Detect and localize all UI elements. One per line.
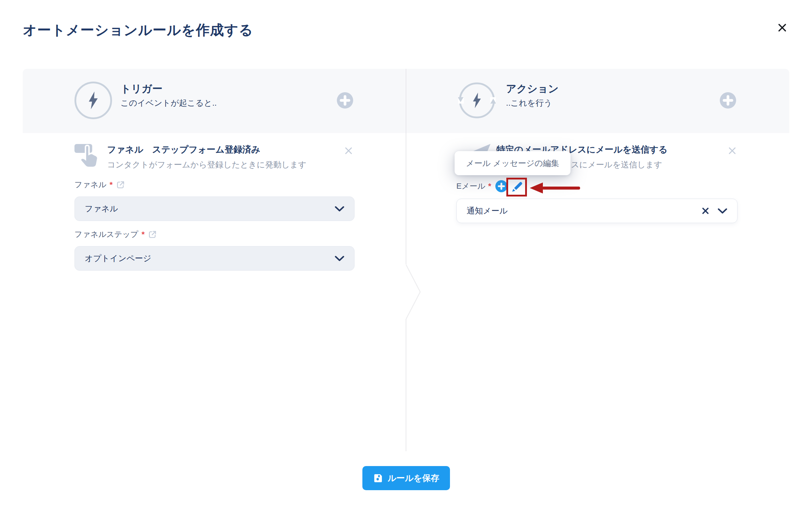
- email-select[interactable]: 通知メール: [456, 199, 738, 223]
- edit-pencil-icon[interactable]: [510, 181, 523, 194]
- clear-selection-icon[interactable]: [702, 207, 709, 215]
- add-email-button[interactable]: [495, 180, 507, 192]
- tap-hand-icon: [74, 142, 101, 170]
- required-asterisk: *: [141, 230, 145, 239]
- trigger-subtitle: このイベントが起こると..: [121, 99, 217, 107]
- action-icon: [458, 82, 496, 119]
- save-rule-button[interactable]: ルールを保存: [362, 466, 450, 490]
- save-icon: [373, 473, 383, 483]
- funnel-step-label: ファネルステップ: [74, 229, 138, 240]
- funnel-select[interactable]: ファネル: [74, 196, 355, 221]
- external-link-icon[interactable]: [148, 230, 157, 239]
- remove-action-icon[interactable]: [728, 146, 737, 155]
- trigger-card-title: ファネル ステップフォーム登録済み: [107, 144, 260, 155]
- email-label: Eメール: [456, 181, 485, 192]
- funnel-step-select-value: オプトインページ: [85, 253, 151, 264]
- plus-icon: [720, 92, 736, 109]
- plus-icon: [495, 180, 507, 192]
- lightning-icon: [473, 93, 481, 108]
- panel-divider: [406, 69, 406, 264]
- annotation-arrow: [529, 182, 581, 194]
- trigger-title: トリガー: [121, 84, 217, 94]
- chevron-down-icon: [718, 208, 727, 214]
- add-trigger-button[interactable]: [337, 92, 353, 109]
- close-icon[interactable]: [775, 21, 789, 35]
- action-subtitle: ..これを行う: [506, 99, 558, 107]
- funnel-step-select[interactable]: オプトインページ: [74, 246, 355, 271]
- tooltip-text: メール メッセージの編集: [466, 158, 559, 169]
- required-asterisk: *: [488, 182, 491, 191]
- lightning-icon: [88, 92, 99, 109]
- trigger-icon: [74, 82, 112, 119]
- funnel-select-value: ファネル: [85, 203, 118, 214]
- trigger-card-subtitle: コンタクトがフォームから登録したときに発動します: [107, 160, 306, 170]
- chevron-down-icon: [335, 256, 344, 261]
- funnel-label: ファネル: [74, 179, 106, 190]
- external-link-icon[interactable]: [116, 180, 125, 189]
- required-asterisk: *: [110, 180, 113, 189]
- remove-trigger-icon[interactable]: [344, 146, 353, 155]
- add-action-button[interactable]: [720, 92, 736, 109]
- email-select-value: 通知メール: [467, 205, 508, 216]
- edit-email-tooltip: メール メッセージの編集: [455, 151, 571, 175]
- rule-builder: トリガー このイベントが起こると.. アクション ..これを行う ファネル ステ…: [23, 69, 789, 451]
- page-title: オートメーションルールを作成する: [23, 21, 253, 40]
- plus-icon: [337, 92, 353, 109]
- panel-divider: [406, 319, 406, 451]
- action-title: アクション: [506, 84, 558, 94]
- annotation-highlight-box: [506, 178, 527, 196]
- divider-chevron-icon: [406, 264, 421, 320]
- save-rule-label: ルールを保存: [388, 472, 439, 484]
- chevron-down-icon: [335, 206, 344, 212]
